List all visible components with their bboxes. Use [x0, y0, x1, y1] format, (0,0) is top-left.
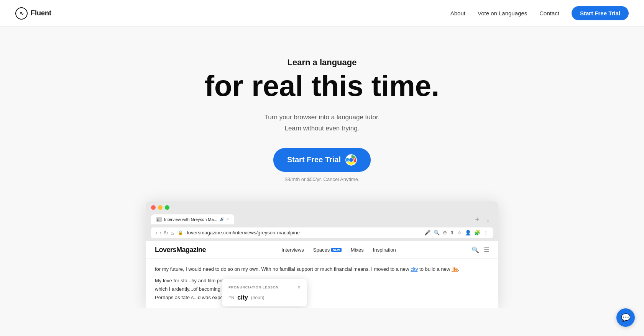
address-bar: ‹ › ↻ ⌂ 🔒 loversmagazine.com/interviews/… — [151, 227, 493, 238]
cta-label: Start Free Trial — [287, 155, 341, 164]
page-nav-inspiration[interactable]: Inspiration — [373, 247, 396, 253]
nav-cta-button[interactable]: Start Free Trial — [572, 6, 629, 20]
navbar: ∿ Fluent About Vote on Languages Contact… — [0, 0, 644, 27]
nav-links: About Vote on Languages Contact Start Fr… — [450, 6, 629, 20]
page-nav-icons: 🔍 ☰ — [472, 246, 489, 254]
page-nav-interviews[interactable]: Interviews — [281, 247, 304, 253]
page-text-2: My love for sto...hy and film production… — [155, 277, 489, 302]
tab-title: Interview with Greyson Ma... — [164, 217, 217, 222]
browser-mockup: L Interview with Greyson Ma... 🔊 × + ⌄ ‹… — [146, 201, 498, 308]
popup-header: PRONUNCIATION LESSON × — [228, 284, 301, 290]
back-button[interactable]: ‹ — [156, 230, 158, 236]
logo-icon: ∿ — [15, 7, 28, 20]
search-page-icon[interactable]: 🔍 — [472, 246, 479, 254]
new-badge: NEW — [331, 248, 342, 252]
profile-icon[interactable]: 👤 — [465, 230, 471, 236]
address-url[interactable]: loversmagazine.com/interviews/greyson-ma… — [187, 230, 421, 236]
extension-icon[interactable]: 🧩 — [474, 230, 480, 236]
browser-tab-active[interactable]: L Interview with Greyson Ma... 🔊 × — [151, 214, 234, 224]
browser-chrome-bar: L Interview with Greyson Ma... 🔊 × + ⌄ ‹… — [146, 201, 498, 241]
more-icon[interactable]: ⋮ — [483, 230, 488, 236]
share-icon[interactable]: ⬆ — [450, 230, 454, 236]
page-body: for my future, I would need to do so on … — [146, 259, 498, 308]
browser-nav-buttons: ‹ › ↻ ⌂ — [156, 230, 174, 236]
dot-red — [151, 205, 156, 210]
price-note: $8/mth or $50/yr. Cancel Anytime. — [284, 176, 359, 182]
nav-link-vote[interactable]: Vote on Languages — [478, 10, 527, 16]
zoom-out-icon[interactable]: ⊖ — [443, 230, 447, 236]
svg-text:L: L — [157, 218, 159, 221]
hero-cta-button[interactable]: Start Free Trial — [273, 148, 371, 172]
page-nav-spaces[interactable]: Spaces NEW — [313, 247, 342, 253]
browser-page-content: LoversMagazine Interviews Spaces NEW Mix… — [146, 241, 498, 308]
hero-section: Learn a language for real this time. Tur… — [0, 27, 644, 308]
page-text-1: for my future, I would need to do so on … — [155, 265, 489, 273]
hero-subtitle: Learn a language — [288, 58, 357, 68]
tab-close-icon[interactable]: × — [227, 217, 229, 221]
nav-link-contact[interactable]: Contact — [539, 10, 559, 16]
page-brand: LoversMagazine — [155, 246, 206, 254]
browser-action-icons: 🎤 🔍 ⊖ ⬆ ☆ 👤 🧩 ⋮ — [424, 230, 488, 236]
bookmark-icon[interactable]: ☆ — [457, 230, 462, 236]
hero-title: for real this time. — [205, 71, 439, 101]
tab-maximize[interactable]: ⌄ — [483, 216, 493, 224]
page-nav-mixes[interactable]: Mixes — [351, 247, 364, 253]
highlight-city[interactable]: city — [411, 266, 418, 272]
highlight-life[interactable]: life — [452, 266, 458, 272]
pronunciation-popup: PRONUNCIATION LESSON × EN city (noun) — [222, 279, 307, 306]
popup-word-row: EN city (noun) — [228, 294, 301, 301]
hero-description: Turn your browser into a language tutor.… — [264, 112, 380, 134]
tab-audio-icon: 🔊 — [220, 217, 224, 221]
new-tab-button[interactable]: + — [472, 216, 482, 224]
browser-dots — [151, 205, 169, 210]
dot-yellow — [158, 205, 163, 210]
popup-close-button[interactable]: × — [297, 284, 301, 290]
logo[interactable]: ∿ Fluent — [15, 7, 51, 20]
chrome-icon — [345, 154, 357, 166]
home-button[interactable]: ⌂ — [171, 230, 174, 236]
page-nav-links: Interviews Spaces NEW Mixes Inspiration — [281, 247, 396, 253]
lock-icon: 🔒 — [178, 230, 183, 235]
mic-icon[interactable]: 🎤 — [424, 230, 430, 236]
forward-button[interactable]: › — [160, 230, 162, 236]
refresh-button[interactable]: ↻ — [164, 230, 168, 236]
svg-point-2 — [349, 158, 353, 162]
popup-lang: EN — [228, 295, 234, 300]
dot-green — [165, 205, 169, 210]
search-icon[interactable]: 🔍 — [434, 230, 440, 236]
hero-cta-area: Start Free Trial — [273, 148, 371, 182]
tab-favicon: L — [156, 217, 162, 222]
page-nav: LoversMagazine Interviews Spaces NEW Mix… — [146, 241, 498, 259]
popup-type: (noun) — [251, 295, 264, 300]
popup-label: PRONUNCIATION LESSON — [228, 285, 279, 289]
browser-tabs-bar: L Interview with Greyson Ma... 🔊 × + ⌄ — [151, 214, 493, 224]
menu-page-icon[interactable]: ☰ — [484, 246, 489, 254]
logo-text: Fluent — [31, 9, 51, 17]
popup-word: city — [237, 294, 248, 301]
nav-link-about[interactable]: About — [450, 10, 465, 16]
